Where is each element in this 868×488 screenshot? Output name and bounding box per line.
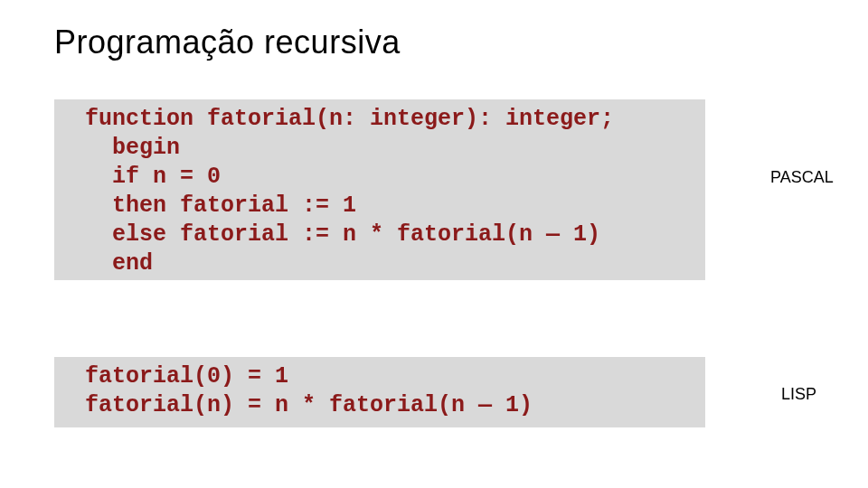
slide: Programação recursiva function fatorial(… — [0, 0, 868, 488]
lisp-label: LISP — [781, 385, 816, 404]
pascal-label: PASCAL — [770, 168, 834, 187]
pascal-code-block: function fatorial(n: integer): integer; … — [54, 99, 705, 280]
lisp-code-block: fatorial(0) = 1 fatorial(n) = n * fatori… — [54, 357, 705, 427]
pascal-code: function fatorial(n: integer): integer; … — [85, 105, 705, 278]
lisp-code: fatorial(0) = 1 fatorial(n) = n * fatori… — [85, 362, 705, 420]
slide-title: Programação recursiva — [54, 23, 401, 61]
